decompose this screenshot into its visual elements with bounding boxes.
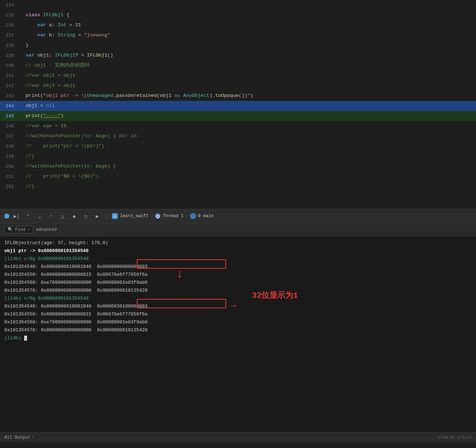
debug-console: 🔍 Find ▾ advanced IFLObjectruct(age: 37,… [0,223,476,432]
line-content: //} [20,182,476,192]
console-output: IFLObjectruct(age: 37, height: 170.0) ob… [0,236,476,432]
line-number: 249 [0,154,20,159]
line-content: //var obj2 = obj1 [20,71,476,81]
code-line-252: 252 //} [0,182,476,192]
console-line-7: 0x101354570: 0x0000000000000000 0x900000… [4,287,472,295]
console-line-5: 0x101354550: 0x0000000000000015 0x00676e… [4,271,472,279]
line-number: 246 [0,124,20,129]
line-number: 238 [0,43,20,48]
code-line-241: 241 //var obj2 = obj1 [0,71,476,81]
code-line-245: 245 print("----") [0,111,476,121]
line-number: 247 [0,134,20,139]
find-dropdown[interactable]: ▾ [28,228,30,232]
step-over-button[interactable]: ⌃ [24,212,32,220]
console-line-10: 0x101354550: 0x0000000000000015 0x00676e… [4,310,472,318]
scope-button[interactable]: ◻ [81,212,90,220]
line-content: print("obj1 ptr -> \(Unmanaged.passUnret… [20,91,476,101]
step-into-button[interactable]: ⌄ [35,212,44,220]
console-line-8: (lldb) x/8g 0x0000000101354540 [4,295,472,303]
code-line-236: 236 var a: Int = 21 [0,20,476,30]
debug-toolbar: ▶| ⌃ ⌄ ↑ △ ◆ ◻ ▶ S learn_swift › Thread … [0,209,476,223]
line-number: 239 [0,53,20,58]
step-out-button[interactable]: ↑ [47,212,55,220]
breadcrumb: S learn_swift › Thread 1 › 👤 0 main [112,213,214,219]
code-line-249: 249 //} [0,151,476,161]
line-content: //var obj3 = obj1 [20,81,476,91]
breadcrumb-user-icon: 👤 [190,213,196,219]
line-content: var b: String = "joewong" [20,30,476,40]
line-content: //} [20,151,476,161]
breakpoint-button[interactable]: △ [58,212,67,220]
line-number: 252 [0,184,20,189]
line-content: var obj1: IFLObj1? = IFLObj1() [20,50,476,61]
breadcrumb-chevron-1: › [151,214,153,218]
console-line-6: 0x101354560: 0xe700000000000000 0x000000… [4,279,472,287]
console-line-12: 0x101354570: 0x0000000000000000 0x900000… [4,326,472,334]
breadcrumb-main-name[interactable]: 0 main [198,214,214,219]
line-number: 243 [0,93,20,99]
line-number: 240 [0,63,20,68]
line-content: class IFLObj1 { [20,10,476,20]
code-line-251: 251 // print("$0 = \($0)") [0,171,476,182]
line-number: 234 [0,3,20,8]
line-number: 248 [0,144,20,149]
line-content: //var age = 18 [20,121,476,131]
watermark: CSDN @i_erlich [439,435,472,440]
line-content: // print("ptr = \(ptr)") [20,141,476,151]
line-number: 241 [0,73,20,79]
send-button[interactable]: ▶ [93,212,102,220]
line-number: 236 [0,23,20,28]
breadcrumb-chevron-2: › [186,214,188,218]
line-number: 251 [0,174,20,179]
find-mode-label: advanced [36,227,57,232]
code-line-237: 237 var b: String = "joewong" [0,30,476,40]
find-label: Find [15,227,26,232]
line-number: 237 [0,33,20,38]
line-number: 242 [0,83,20,89]
continue-button[interactable]: ▶| [12,212,21,220]
console-line-13: (lldb) [4,334,472,342]
code-line-234: 234 [0,0,476,10]
console-toolbar: 🔍 Find ▾ advanced [0,223,476,236]
console-line-11: 0x101354560: 0xe700000000000000 0x000000… [4,318,472,326]
code-line-242: 242 //var obj3 = obj1 [0,81,476,91]
line-number: 245 [0,113,20,119]
console-line-9: 0x101354540: 0x0000000010001046 0x000003… [4,303,472,310]
blue-dot-indicator [4,214,9,219]
breadcrumb-file-name[interactable]: learn_swift [120,214,148,219]
console-line-1: IFLObjectruct(age: 37, height: 170.0) [4,239,472,247]
line-content: // print("$0 = \($0)") [20,171,476,182]
code-line-243: 243 print("obj1 ptr -> \(Unmanaged.passU… [0,91,476,101]
code-line-240: 240 // obj1 - 实例内存的指针 [0,61,476,71]
line-number: 235 [0,13,20,18]
all-output-label: All Output [4,435,30,440]
code-line-250: 250 //withUnsafePointer(to: &age) { [0,161,476,171]
console-line-3: (lldb) x/8g 0x0000000101354540 [4,255,472,263]
code-line-244: 244 obj1 = nil [0,101,476,111]
find-box[interactable]: 🔍 Find ▾ [4,226,33,233]
console-line-2: obj1 ptr -> 0x0000000101354540 [4,247,472,255]
code-line-246: 246 //var age = 18 [0,121,476,131]
code-editor: 234 235 class IFLObj1 { 236 var a: Int =… [0,0,476,209]
line-content: // obj1 - 实例内存的指针 [20,61,476,71]
breadcrumb-thread-name[interactable]: Thread 1 [163,214,184,219]
line-number: 244 [0,103,20,109]
search-icon: 🔍 [8,227,13,232]
line-content: //withUnsafePointer(to: &age) { [20,161,476,171]
breadcrumb-thread-icon [155,213,161,219]
console-line-4: 0x101354540: 0x0000000010001046 0x000000… [4,263,472,271]
bottom-bar: All Output ⌃ CSDN @i_erlich [0,432,476,442]
code-line-235: 235 class IFLObj1 { [0,10,476,20]
line-content: //withUnsafePointer(to: &age) { ptr in [20,131,476,141]
line-content: obj1 = nil [20,101,476,111]
line-content: } [20,40,476,50]
line-content: print("----") [20,111,476,121]
all-output-selector[interactable]: All Output ⌃ [4,435,34,440]
separator [106,212,106,220]
code-line-247: 247 //withUnsafePointer(to: &age) { ptr … [0,131,476,141]
code-line-239: 239 var obj1: IFLObj1? = IFLObj1() [0,50,476,61]
line-content: var a: Int = 21 [20,20,476,30]
code-line-248: 248 // print("ptr = \(ptr)") [0,141,476,151]
breadcrumb-file-icon: S [112,213,118,219]
share-button[interactable]: ◆ [70,212,78,220]
